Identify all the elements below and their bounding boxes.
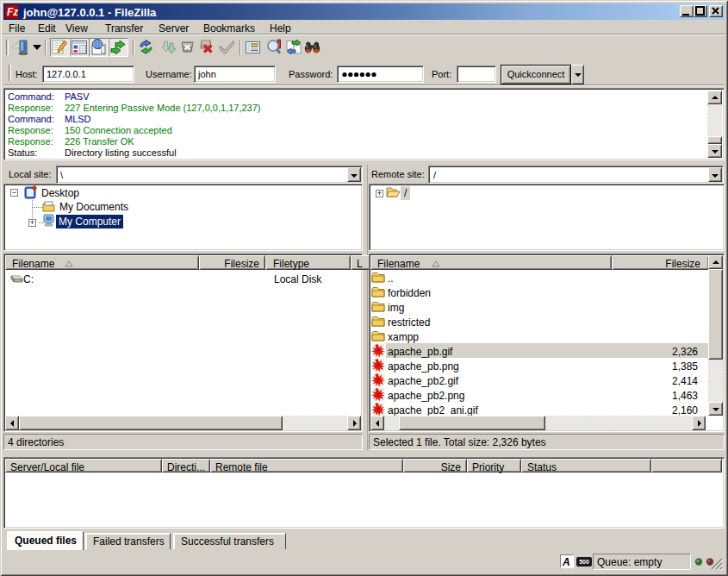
svg-text:Fz: Fz <box>7 6 18 18</box>
